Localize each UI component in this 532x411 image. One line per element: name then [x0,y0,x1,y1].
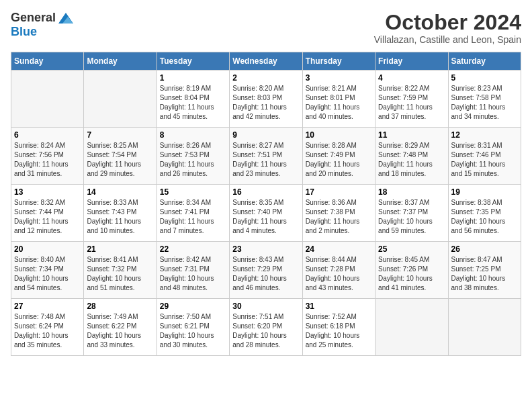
calendar-cell: 7Sunrise: 8:25 AMSunset: 7:54 PMDaylight… [84,128,157,185]
day-number: 24 [306,244,372,254]
calendar-cell: 11Sunrise: 8:29 AMSunset: 7:48 PMDayligh… [375,128,448,185]
cell-info: Sunrise: 8:47 AMSunset: 7:25 PMDaylight:… [451,255,518,293]
day-number: 29 [160,302,226,311]
calendar-cell: 28Sunrise: 7:49 AMSunset: 6:22 PMDayligh… [84,299,157,356]
cell-info: Sunrise: 7:48 AMSunset: 6:24 PMDaylight:… [14,312,81,350]
day-number: 15 [160,187,226,197]
day-number: 25 [378,244,445,254]
calendar-cell: 8Sunrise: 8:26 AMSunset: 7:53 PMDaylight… [157,128,229,185]
calendar-cell: 15Sunrise: 8:34 AMSunset: 7:41 PMDayligh… [157,185,229,242]
cell-info: Sunrise: 8:28 AMSunset: 7:49 PMDaylight:… [306,141,372,179]
calendar-week-5: 27Sunrise: 7:48 AMSunset: 6:24 PMDayligh… [11,299,521,356]
calendar-cell [375,299,448,356]
location-subtitle: Villalazan, Castille and Leon, Spain [374,34,521,45]
calendar-cell: 14Sunrise: 8:33 AMSunset: 7:43 PMDayligh… [84,185,157,242]
cell-info: Sunrise: 8:24 AMSunset: 7:56 PMDaylight:… [14,141,81,179]
page-header: General Blue October 2024 Villalazan, Ca… [11,11,521,45]
calendar-cell: 23Sunrise: 8:43 AMSunset: 7:29 PMDayligh… [230,242,302,299]
day-number: 10 [306,130,372,140]
day-header-sunday: Sunday [11,52,84,71]
calendar-cell: 10Sunrise: 8:28 AMSunset: 7:49 PMDayligh… [302,128,375,185]
cell-info: Sunrise: 8:40 AMSunset: 7:34 PMDaylight:… [14,255,81,293]
day-number: 9 [232,130,299,140]
calendar-cell: 1Sunrise: 8:19 AMSunset: 8:04 PMDaylight… [157,71,229,128]
calendar-cell: 19Sunrise: 8:38 AMSunset: 7:35 PMDayligh… [448,185,521,242]
logo-general-text: General [11,11,56,25]
cell-info: Sunrise: 8:19 AMSunset: 8:04 PMDaylight:… [160,84,226,122]
calendar-cell: 18Sunrise: 8:37 AMSunset: 7:37 PMDayligh… [375,185,448,242]
day-number: 12 [451,130,518,140]
calendar-cell: 4Sunrise: 8:22 AMSunset: 7:59 PMDaylight… [375,71,448,128]
calendar-cell: 20Sunrise: 8:40 AMSunset: 7:34 PMDayligh… [11,242,84,299]
day-number: 22 [160,244,226,254]
day-number: 11 [378,130,445,140]
cell-info: Sunrise: 8:44 AMSunset: 7:28 PMDaylight:… [306,255,372,293]
day-header-thursday: Thursday [302,52,375,71]
day-number: 26 [451,244,518,254]
day-number: 2 [232,73,299,83]
calendar-cell [11,71,84,128]
calendar-cell: 25Sunrise: 8:45 AMSunset: 7:26 PMDayligh… [375,242,448,299]
calendar-cell: 31Sunrise: 7:52 AMSunset: 6:18 PMDayligh… [302,299,375,356]
logo-icon [58,13,73,24]
calendar-week-4: 20Sunrise: 8:40 AMSunset: 7:34 PMDayligh… [11,242,521,299]
cell-info: Sunrise: 8:22 AMSunset: 7:59 PMDaylight:… [378,84,445,122]
day-number: 31 [306,302,372,311]
day-number: 30 [232,302,299,311]
day-number: 8 [160,130,226,140]
calendar-cell: 5Sunrise: 8:23 AMSunset: 7:58 PMDaylight… [448,71,521,128]
cell-info: Sunrise: 8:38 AMSunset: 7:35 PMDaylight:… [451,198,518,236]
calendar-cell: 21Sunrise: 8:41 AMSunset: 7:32 PMDayligh… [84,242,157,299]
month-title: October 2024 [374,11,521,34]
day-number: 23 [232,244,299,254]
cell-info: Sunrise: 7:49 AMSunset: 6:22 PMDaylight:… [87,312,153,350]
title-area: October 2024 Villalazan, Castille and Le… [374,11,521,45]
calendar-cell: 12Sunrise: 8:31 AMSunset: 7:46 PMDayligh… [448,128,521,185]
cell-info: Sunrise: 8:34 AMSunset: 7:41 PMDaylight:… [160,198,226,236]
calendar-cell: 9Sunrise: 8:27 AMSunset: 7:51 PMDaylight… [230,128,302,185]
day-number: 14 [87,187,153,197]
cell-info: Sunrise: 7:51 AMSunset: 6:20 PMDaylight:… [232,312,299,350]
calendar-week-2: 6Sunrise: 8:24 AMSunset: 7:56 PMDaylight… [11,128,521,185]
day-number: 16 [232,187,299,197]
day-number: 21 [87,244,153,254]
day-header-saturday: Saturday [448,52,521,71]
calendar-cell [84,71,157,128]
cell-info: Sunrise: 8:42 AMSunset: 7:31 PMDaylight:… [160,255,226,293]
calendar-header-row: SundayMondayTuesdayWednesdayThursdayFrid… [11,52,521,71]
day-number: 7 [87,130,153,140]
day-number: 1 [160,73,226,83]
day-number: 3 [306,73,372,83]
calendar-body: 1Sunrise: 8:19 AMSunset: 8:04 PMDaylight… [11,71,521,356]
day-number: 6 [14,130,81,140]
calendar-cell: 13Sunrise: 8:32 AMSunset: 7:44 PMDayligh… [11,185,84,242]
day-number: 4 [378,73,445,83]
day-number: 27 [14,302,81,311]
cell-info: Sunrise: 8:31 AMSunset: 7:46 PMDaylight:… [451,141,518,179]
cell-info: Sunrise: 8:35 AMSunset: 7:40 PMDaylight:… [232,198,299,236]
cell-info: Sunrise: 8:45 AMSunset: 7:26 PMDaylight:… [378,255,445,293]
calendar-cell: 16Sunrise: 8:35 AMSunset: 7:40 PMDayligh… [230,185,302,242]
day-header-monday: Monday [84,52,157,71]
calendar-cell: 30Sunrise: 7:51 AMSunset: 6:20 PMDayligh… [230,299,302,356]
cell-info: Sunrise: 8:23 AMSunset: 7:58 PMDaylight:… [451,84,518,122]
calendar-cell: 2Sunrise: 8:20 AMSunset: 8:03 PMDaylight… [230,71,302,128]
cell-info: Sunrise: 8:26 AMSunset: 7:53 PMDaylight:… [160,141,226,179]
cell-info: Sunrise: 8:36 AMSunset: 7:38 PMDaylight:… [306,198,372,236]
cell-info: Sunrise: 8:29 AMSunset: 7:48 PMDaylight:… [378,141,445,179]
cell-info: Sunrise: 8:32 AMSunset: 7:44 PMDaylight:… [14,198,81,236]
calendar-cell: 22Sunrise: 8:42 AMSunset: 7:31 PMDayligh… [157,242,229,299]
calendar-cell: 29Sunrise: 7:50 AMSunset: 6:21 PMDayligh… [157,299,229,356]
calendar-cell [448,299,521,356]
day-header-tuesday: Tuesday [157,52,229,71]
calendar-cell: 24Sunrise: 8:44 AMSunset: 7:28 PMDayligh… [302,242,375,299]
day-number: 28 [87,302,153,311]
day-number: 5 [451,73,518,83]
day-number: 13 [14,187,81,197]
cell-info: Sunrise: 8:41 AMSunset: 7:32 PMDaylight:… [87,255,153,293]
cell-info: Sunrise: 7:50 AMSunset: 6:21 PMDaylight:… [160,312,226,350]
calendar-cell: 3Sunrise: 8:21 AMSunset: 8:01 PMDaylight… [302,71,375,128]
cell-info: Sunrise: 7:52 AMSunset: 6:18 PMDaylight:… [306,312,372,350]
day-header-friday: Friday [375,52,448,71]
calendar-cell: 26Sunrise: 8:47 AMSunset: 7:25 PMDayligh… [448,242,521,299]
